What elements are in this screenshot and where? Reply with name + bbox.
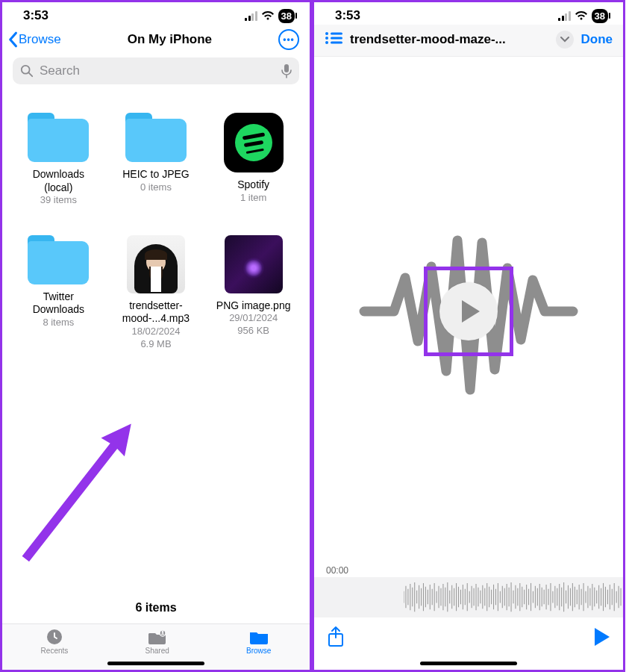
svg-point-7 <box>325 32 328 35</box>
play-icon <box>595 628 610 646</box>
wifi-icon <box>261 10 275 21</box>
tab-label: Shared <box>145 647 169 655</box>
shared-folder-icon <box>148 629 167 645</box>
status-bar: 3:53 38 <box>314 2 623 25</box>
share-icon <box>328 626 344 647</box>
folder-twitter-downloads[interactable]: Twitter Downloads 8 items <box>10 235 107 351</box>
item-date: 18/02/2024 <box>131 326 180 338</box>
tab-recents[interactable]: Recents <box>41 629 69 655</box>
mic-icon[interactable] <box>281 63 292 78</box>
item-meta: 8 items <box>43 317 74 329</box>
nav-header: Browse On My iPhone ••• <box>2 25 310 56</box>
play-icon <box>462 300 480 323</box>
audio-thumbnail <box>127 235 185 293</box>
svg-rect-12 <box>331 42 342 44</box>
player-title: trendsetter-mood-maze-... <box>350 32 548 47</box>
list-icon <box>325 31 342 45</box>
folder-downloads-local[interactable]: Downloads (local) 39 items <box>10 113 107 207</box>
back-label: Browse <box>19 32 61 47</box>
search-icon <box>20 64 34 78</box>
player-area <box>314 57 623 565</box>
clock-icon <box>46 628 63 646</box>
spotify-app-icon <box>224 113 284 172</box>
svg-rect-8 <box>331 33 342 35</box>
ellipsis-icon: ••• <box>283 34 295 45</box>
item-meta: 0 items <box>140 181 172 194</box>
playback-time: 00:00 <box>314 565 623 576</box>
tab-label: Recents <box>41 647 69 655</box>
home-indicator[interactable] <box>107 662 204 665</box>
item-name: Downloads (local) <box>17 168 99 194</box>
search-input[interactable] <box>40 63 275 78</box>
files-browser-screen: 3:53 38 Browse On My iPhone ••• Download… <box>0 0 312 672</box>
folder-heic-to-jpeg[interactable]: HEIC to JPEG 0 items <box>107 113 205 207</box>
title-dropdown-button[interactable] <box>556 31 574 49</box>
chevron-down-icon <box>560 37 569 43</box>
files-grid: Downloads (local) 39 items HEIC to JPEG … <box>2 89 310 357</box>
svg-point-6 <box>161 631 163 633</box>
status-time: 3:53 <box>23 8 48 23</box>
item-name: Spotify <box>237 178 269 192</box>
annotation-arrow-icon <box>13 414 143 568</box>
svg-rect-2 <box>284 64 289 72</box>
search-bar[interactable] <box>13 57 299 84</box>
svg-point-11 <box>325 41 328 44</box>
tab-shared[interactable]: Shared <box>145 629 169 655</box>
more-options-button[interactable]: ••• <box>278 29 299 50</box>
status-indicators: 38 <box>558 9 608 23</box>
play-button[interactable] <box>439 282 498 340</box>
item-name: HEIC to JPEG <box>122 168 189 181</box>
audio-scrubber[interactable] <box>314 577 623 617</box>
svg-point-0 <box>22 66 30 74</box>
status-bar: 3:53 38 <box>2 2 310 25</box>
svg-line-1 <box>29 73 33 77</box>
image-thumbnail <box>225 235 283 293</box>
wifi-icon <box>575 10 588 21</box>
audio-waveform-art <box>357 222 581 401</box>
item-meta: 1 item <box>240 192 266 205</box>
battery-indicator: 38 <box>592 9 608 23</box>
browse-folder-icon <box>249 629 269 645</box>
done-button[interactable]: Done <box>581 32 613 47</box>
cellular-signal-icon <box>558 11 571 21</box>
cellular-signal-icon <box>245 11 257 21</box>
status-time: 3:53 <box>335 8 360 23</box>
svg-point-9 <box>325 37 328 40</box>
folder-icon <box>125 113 187 162</box>
home-indicator[interactable] <box>420 662 517 665</box>
play-button-toolbar[interactable] <box>595 628 610 649</box>
chevron-left-icon <box>7 31 19 48</box>
page-title: On My iPhone <box>128 32 212 47</box>
folder-icon <box>28 235 89 284</box>
list-view-button[interactable] <box>325 31 342 48</box>
share-button[interactable] <box>328 626 344 650</box>
svg-marker-3 <box>13 414 143 568</box>
svg-marker-114 <box>595 628 610 646</box>
status-indicators: 38 <box>245 9 295 23</box>
svg-rect-10 <box>331 37 342 40</box>
item-count: 6 items <box>2 601 310 623</box>
tab-label: Browse <box>246 647 271 655</box>
item-meta: 39 items <box>40 194 77 207</box>
tab-browse[interactable]: Browse <box>246 629 271 655</box>
back-button[interactable]: Browse <box>7 31 61 48</box>
item-size: 6.9 MB <box>140 338 171 351</box>
player-header: trendsetter-mood-maze-... Done <box>314 25 623 57</box>
item-name: PNG image.png <box>216 299 291 313</box>
item-date: 29/01/2024 <box>229 312 278 325</box>
file-trendsetter-mp3[interactable]: trendsetter-mood-...4.mp3 18/02/2024 6.9… <box>107 235 205 351</box>
audio-player-screen: 3:53 38 trendsetter-mood-maze-... Done 0… <box>312 0 625 672</box>
item-name: trendsetter-mood-...4.mp3 <box>115 299 197 326</box>
item-size: 956 KB <box>237 325 269 337</box>
scrubber-waveform-icon <box>404 580 623 614</box>
file-png-image[interactable]: PNG image.png 29/01/2024 956 KB <box>204 235 302 351</box>
folder-spotify[interactable]: Spotify 1 item <box>204 113 302 207</box>
folder-icon <box>28 113 89 162</box>
battery-indicator: 38 <box>278 9 295 23</box>
item-name: Twitter Downloads <box>17 290 99 317</box>
